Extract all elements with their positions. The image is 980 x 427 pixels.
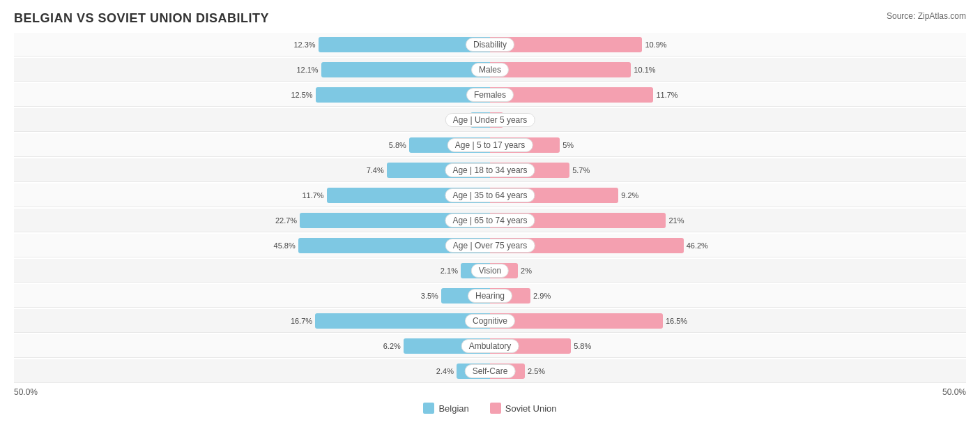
- table-row: 16.7% Cognitive 16.5%: [14, 309, 966, 333]
- table-row: 2.1% Vision 2%: [14, 259, 966, 283]
- belgian-value: 2.1%: [441, 267, 458, 275]
- soviet-value: 10.1%: [634, 66, 655, 74]
- belgian-value: 16.7%: [291, 317, 312, 325]
- legend-soviet-label: Soviet Union: [505, 403, 557, 414]
- pink-bar: 10.1%: [490, 62, 631, 77]
- table-row: 5.8% Age | 5 to 17 years 5%: [14, 133, 966, 157]
- soviet-value: 9.2%: [621, 191, 638, 200]
- right-section: 11.7%: [490, 83, 966, 106]
- soviet-value: 2.9%: [533, 292, 551, 300]
- center-label: Age | Over 75 years: [445, 239, 535, 253]
- blue-bar: 16.7%: [315, 313, 490, 329]
- bar-area: 2.1% Vision 2%: [14, 259, 966, 282]
- table-row: 1.4% Age | Under 5 years 0.95%: [14, 108, 966, 132]
- axis-right: 50.0%: [490, 387, 966, 397]
- source-label: Source: ZipAtlas.com: [887, 11, 966, 21]
- left-section: 1.4%: [14, 108, 490, 131]
- bar-area: 7.4% Age | 18 to 34 years 5.7%: [14, 158, 966, 181]
- axis-labels: 50.0% 50.0%: [14, 387, 966, 397]
- left-section: 16.7%: [14, 309, 490, 332]
- axis-left: 50.0%: [14, 387, 490, 397]
- right-section: 46.2%: [490, 234, 966, 257]
- bar-area: 12.1% Males 10.1%: [14, 58, 966, 81]
- soviet-value: 2%: [521, 267, 532, 275]
- right-section: 2.5%: [490, 359, 966, 382]
- pink-bar: 11.7%: [490, 87, 653, 103]
- legend-belgian-label: Belgian: [438, 403, 468, 414]
- bar-area: 5.8% Age | 5 to 17 years 5%: [14, 133, 966, 156]
- blue-bar: 12.3%: [319, 37, 490, 52]
- bar-area: 16.7% Cognitive 16.5%: [14, 309, 966, 332]
- belgian-value: 12.1%: [296, 66, 318, 74]
- soviet-value: 5.8%: [574, 342, 591, 350]
- right-section: 10.9%: [490, 33, 966, 56]
- left-section: 12.5%: [14, 83, 490, 106]
- table-row: 45.8% Age | Over 75 years 46.2%: [14, 234, 966, 257]
- table-row: 12.1% Males 10.1%: [14, 58, 966, 82]
- belgian-value: 2.4%: [436, 367, 454, 375]
- center-label: Age | 35 to 64 years: [445, 188, 535, 202]
- left-section: 12.1%: [14, 58, 490, 81]
- legend-soviet: Soviet Union: [490, 403, 557, 414]
- soviet-value: 11.7%: [656, 91, 677, 99]
- pink-bar: 16.5%: [490, 313, 663, 329]
- soviet-value: 10.9%: [645, 40, 666, 49]
- belgian-value: 7.4%: [367, 166, 384, 174]
- right-section: 2.9%: [490, 284, 966, 307]
- belgian-value: 12.3%: [293, 40, 315, 49]
- belgian-value: 6.2%: [383, 342, 401, 350]
- right-section: 9.2%: [490, 183, 966, 207]
- right-section: 16.5%: [490, 309, 966, 332]
- center-label: Ambulatory: [461, 339, 519, 353]
- soviet-value: 5.7%: [572, 166, 590, 174]
- chart-title: BELGIAN VS SOVIET UNION DISABILITY: [14, 11, 966, 26]
- soviet-value: 2.5%: [528, 367, 545, 375]
- chart-container: BELGIAN VS SOVIET UNION DISABILITY Sourc…: [14, 11, 966, 414]
- right-section: 5.7%: [490, 158, 966, 181]
- center-label: Vision: [471, 264, 509, 278]
- right-section: 21%: [490, 209, 966, 232]
- bar-area: 22.7% Age | 65 to 74 years 21%: [14, 209, 966, 232]
- bar-area: 3.5% Hearing 2.9%: [14, 284, 966, 307]
- center-label: Disability: [466, 38, 514, 52]
- left-section: 2.1%: [14, 259, 490, 282]
- legend-belgian-box: [423, 403, 434, 414]
- center-label: Males: [471, 63, 509, 77]
- bar-area: 2.4% Self-Care 2.5%: [14, 359, 966, 382]
- center-label: Age | 65 to 74 years: [445, 214, 535, 227]
- soviet-value: 5%: [562, 141, 574, 149]
- left-section: 11.7%: [14, 183, 490, 207]
- blue-bar: 12.5%: [316, 87, 490, 103]
- legend-soviet-box: [490, 403, 501, 414]
- table-row: 12.5% Females 11.7%: [14, 83, 966, 107]
- blue-bar: 12.1%: [321, 62, 490, 77]
- table-row: 6.2% Ambulatory 5.8%: [14, 334, 966, 358]
- right-section: 0.95%: [490, 108, 966, 131]
- legend-belgian: Belgian: [423, 403, 468, 414]
- belgian-value: 22.7%: [275, 216, 297, 225]
- center-label: Age | 18 to 34 years: [445, 163, 535, 177]
- left-section: 12.3%: [14, 33, 490, 56]
- left-section: 2.4%: [14, 359, 490, 382]
- left-section: 7.4%: [14, 158, 490, 181]
- center-label: Age | Under 5 years: [445, 113, 535, 127]
- center-label: Females: [466, 88, 514, 102]
- soviet-value: 16.5%: [666, 317, 687, 325]
- bar-area: 12.3% Disability 10.9%: [14, 33, 966, 56]
- left-section: 3.5%: [14, 284, 490, 307]
- chart-body: 12.3% Disability 10.9% 12.1% Males 10.1%: [14, 33, 966, 383]
- right-section: 10.1%: [490, 58, 966, 81]
- bar-area: 45.8% Age | Over 75 years 46.2%: [14, 234, 966, 257]
- left-section: 22.7%: [14, 209, 490, 232]
- table-row: 11.7% Age | 35 to 64 years 9.2%: [14, 183, 966, 207]
- bar-area: 11.7% Age | 35 to 64 years 9.2%: [14, 183, 966, 207]
- belgian-value: 12.5%: [291, 91, 312, 99]
- table-row: 2.4% Self-Care 2.5%: [14, 359, 966, 383]
- soviet-value: 46.2%: [687, 241, 708, 250]
- bar-area: 1.4% Age | Under 5 years 0.95%: [14, 108, 966, 131]
- center-label: Age | 5 to 17 years: [447, 138, 533, 152]
- belgian-value: 11.7%: [302, 191, 323, 200]
- center-label: Self-Care: [465, 364, 516, 378]
- left-section: 6.2%: [14, 334, 490, 357]
- table-row: 7.4% Age | 18 to 34 years 5.7%: [14, 158, 966, 182]
